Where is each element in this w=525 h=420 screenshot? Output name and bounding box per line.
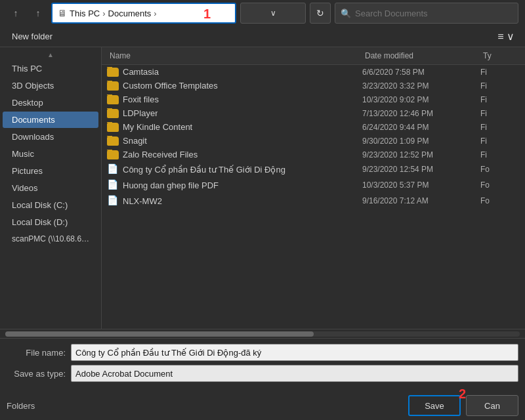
table-row[interactable]: Snagit 9/30/2020 1:09 PM Fi: [102, 134, 525, 148]
file-name-cell: 📄 Huong dan ghep file PDF: [107, 179, 362, 191]
save-button[interactable]: Save: [408, 395, 461, 416]
horizontal-scrollbar[interactable]: [0, 329, 525, 338]
breadcrumb-sep-1: ›: [102, 9, 105, 18]
date-modified: 6/6/2020 7:58 PM: [362, 68, 480, 77]
address-bar[interactable]: 🖥 This PC › Documents ›: [51, 3, 236, 24]
new-folder-button[interactable]: New folder: [7, 29, 58, 44]
file-type: Fi: [480, 68, 520, 77]
file-name: Snagit: [123, 136, 147, 146]
file-type: Fo: [480, 165, 520, 174]
sidebar-item-3d-objects[interactable]: 3D Objects: [3, 77, 98, 94]
breadcrumb-sep-2: ›: [154, 9, 156, 18]
pdf-icon: 📄: [107, 163, 119, 175]
file-name: Camtasia: [123, 67, 159, 77]
save-as-type-input[interactable]: [71, 365, 518, 382]
folder-icon: [107, 68, 119, 77]
file-name-input[interactable]: [71, 344, 518, 361]
file-list-header: Name Date modified Ty: [102, 47, 525, 65]
pc-icon: 🖥: [58, 8, 67, 18]
sidebar-item-pictures[interactable]: Pictures: [3, 163, 98, 179]
file-name-cell: Camtasia: [107, 67, 362, 77]
sidebar-item-local-disk-d[interactable]: Local Disk (D:): [3, 214, 98, 230]
sidebar-item-downloads[interactable]: Downloads: [3, 129, 98, 145]
sidebar-item-this-pc[interactable]: This PC: [3, 60, 98, 77]
file-list: Name Date modified Ty Camtasia 6/6/2020 …: [102, 47, 525, 329]
sidebar-item-music[interactable]: Music: [3, 146, 98, 162]
date-modified: 7/13/2020 12:46 PM: [362, 109, 480, 118]
table-row[interactable]: 📄 NLX-MW2 9/16/2020 7:12 AM Fo: [102, 193, 525, 209]
breadcrumb-part-2: Documents: [108, 9, 152, 18]
folders-label[interactable]: Folders: [7, 401, 35, 411]
sidebar-item-videos[interactable]: Videos: [3, 180, 98, 196]
file-type: Fi: [480, 123, 520, 132]
file-name-cell: Foxit files: [107, 94, 362, 104]
pdf-icon: 📄: [107, 195, 119, 207]
table-row[interactable]: 📄 Công ty Cổ phần Đầu tư Thế Giới Di Độn…: [102, 161, 525, 177]
file-name-cell: 📄 NLX-MW2: [107, 195, 362, 207]
table-row[interactable]: 📄 Huong dan ghep file PDF 10/3/2020 5:37…: [102, 177, 525, 193]
save-as-type-label: Save as type:: [7, 369, 66, 379]
folder-icon: [107, 95, 119, 104]
file-type: Fo: [480, 196, 520, 205]
sidebar-item-desktop[interactable]: Desktop: [3, 94, 98, 111]
table-row[interactable]: Camtasia 6/6/2020 7:58 PM Fi: [102, 65, 525, 79]
folder-icon: [107, 109, 119, 118]
col-type[interactable]: Ty: [480, 50, 520, 62]
folder-icon: [107, 136, 119, 146]
file-type: Fi: [480, 136, 520, 146]
file-type: Fi: [480, 109, 520, 118]
table-row[interactable]: My Kindle Content 6/24/2020 9:44 PM Fi: [102, 120, 525, 134]
file-name: Zalo Received Files: [123, 150, 198, 159]
table-row[interactable]: Zalo Received Files 9/23/2020 12:52 PM F…: [102, 148, 525, 161]
cancel-button[interactable]: Can: [466, 395, 518, 416]
sidebar: ▲ This PC 3D Objects Desktop Documents D…: [0, 47, 102, 329]
file-name: Huong dan ghep file PDF: [123, 180, 219, 190]
folder-icon: [107, 150, 119, 159]
view-icon: ≡ ∨: [497, 31, 514, 42]
date-modified: 9/30/2020 1:09 PM: [362, 136, 480, 146]
file-name-cell: Custom Office Templates: [107, 81, 362, 91]
sidebar-item-documents[interactable]: Documents: [3, 112, 98, 128]
refresh-button[interactable]: ↻: [310, 3, 331, 24]
file-type: Fi: [480, 150, 520, 159]
search-input[interactable]: [355, 9, 513, 18]
pdf-icon: 📄: [107, 179, 119, 191]
file-type: Fo: [480, 180, 520, 190]
up-button[interactable]: ↑: [29, 4, 47, 22]
save-type-row: Save as type:: [7, 365, 518, 382]
file-name: Công ty Cổ phần Đầu tư Thế Giới Di Động: [123, 165, 285, 175]
scrollbar-thumb[interactable]: [5, 331, 314, 337]
search-icon: 🔍: [341, 9, 351, 18]
folder-icon: [107, 123, 119, 132]
sub-toolbar: New folder ≡ ∨: [0, 26, 525, 47]
dropdown-icon: ∨: [270, 9, 276, 18]
date-modified: 3/23/2020 3:32 PM: [362, 81, 480, 91]
scroll-up-indicator: ▲: [0, 50, 101, 60]
file-name: LDPlayer: [123, 108, 158, 118]
sidebar-item-local-disk-c[interactable]: Local Disk (C:): [3, 197, 98, 213]
search-box[interactable]: 🔍: [335, 3, 518, 24]
date-modified: 9/23/2020 12:54 PM: [362, 165, 480, 174]
col-date[interactable]: Date modified: [362, 50, 480, 62]
date-modified: 6/24/2020 9:44 PM: [362, 123, 480, 132]
back-button[interactable]: ↑: [7, 4, 25, 22]
file-name-cell: My Kindle Content: [107, 122, 362, 132]
refresh-icon: ↻: [316, 8, 324, 18]
file-name: NLX-MW2: [123, 196, 162, 206]
content-area: ▲ This PC 3D Objects Desktop Documents D…: [0, 47, 525, 329]
view-toggle-button[interactable]: ≡ ∨: [494, 29, 518, 44]
file-name-cell: Snagit: [107, 136, 362, 146]
breadcrumb: This PC › Documents ›: [70, 9, 158, 18]
table-row[interactable]: LDPlayer 7/13/2020 12:46 PM Fi: [102, 106, 525, 120]
file-name-cell: 📄 Công ty Cổ phần Đầu tư Thế Giới Di Độn…: [107, 163, 362, 175]
sidebar-item-scan-pmc[interactable]: scanPMC (\\10.68.68. ∨: [3, 231, 98, 247]
file-name: My Kindle Content: [123, 122, 192, 132]
file-name-cell: Zalo Received Files: [107, 150, 362, 159]
table-row[interactable]: Custom Office Templates 3/23/2020 3:32 P…: [102, 79, 525, 93]
col-name[interactable]: Name: [107, 50, 362, 62]
table-row[interactable]: Foxit files 10/3/2020 9:02 PM Fi: [102, 93, 525, 106]
file-type: Fi: [480, 81, 520, 91]
breadcrumb-part-1: This PC: [70, 9, 100, 18]
file-name: Custom Office Templates: [123, 81, 218, 91]
address-dropdown[interactable]: ∨: [240, 3, 306, 24]
